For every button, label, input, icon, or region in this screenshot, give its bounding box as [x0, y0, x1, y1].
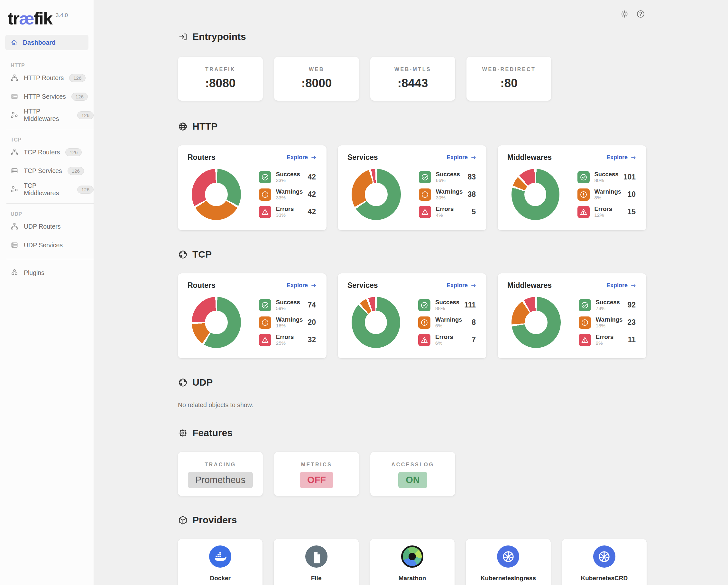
section-title: UDP — [192, 377, 213, 388]
providers-header: Providers — [178, 514, 647, 526]
entrypoints-header: Entrypoints — [178, 31, 647, 43]
stat-value: 7 — [472, 336, 476, 344]
donut-chart — [192, 297, 241, 348]
services-icon — [10, 167, 18, 175]
sidebar-item-http-routers[interactable]: HTTP Routers 126 — [0, 69, 94, 87]
services-icon — [10, 92, 18, 100]
stat-row: Warnings6% 8 — [418, 316, 476, 329]
sidebar: træfik 3.4.0 Dashboard HTTP HTTP Routers… — [0, 0, 94, 585]
error-icon — [577, 206, 590, 218]
card-title: Services — [347, 281, 378, 290]
stat-value: 10 — [627, 190, 636, 199]
entrypoint-card-web-redirect: WEB-REDIRECT :80 — [466, 57, 551, 101]
sidebar-item-plugins[interactable]: Plugins — [0, 263, 94, 282]
sidebar-item-udp-services[interactable]: UDP Services — [0, 236, 94, 255]
package-icon — [178, 515, 188, 525]
donut-chart — [192, 169, 241, 220]
routers-icon — [10, 148, 18, 156]
stat-row: Warnings8% 10 — [577, 188, 636, 201]
warning-icon — [577, 188, 590, 201]
feature-card-tracing: TRACING Prometheus — [178, 452, 263, 496]
stat-row: Warnings18% 23 — [579, 316, 636, 329]
divider — [6, 55, 94, 55]
sidebar-item-tcp-routers[interactable]: TCP Routers 126 — [0, 143, 94, 161]
sidebar-item-dashboard[interactable]: Dashboard — [5, 35, 88, 50]
app-logo: træfik 3.4.0 — [0, 8, 94, 28]
feature-name: TRACING — [178, 462, 263, 468]
donut-chart — [512, 169, 560, 220]
count-badge: 126 — [77, 186, 94, 194]
kubernetes-helm-icon — [497, 546, 519, 568]
udp-empty-message: No related objects to show. — [178, 401, 647, 409]
sidebar-section-tcp: TCP — [10, 137, 94, 143]
entrypoints-row: TRAEFIK :8080 WEB :8000 WEB-MTLS :8443 W… — [178, 57, 647, 101]
count-badge: 126 — [68, 167, 84, 175]
success-icon — [418, 299, 431, 311]
routers-icon — [10, 222, 18, 230]
stat-row: Errors4% 5 — [419, 206, 476, 218]
entrypoint-card-web: WEB :8000 — [274, 57, 359, 101]
error-icon — [259, 206, 271, 218]
provider-name: KubernetesCRD — [562, 575, 647, 582]
sidebar-item-udp-routers[interactable]: UDP Routers — [0, 217, 94, 236]
provider-card-marathon: Marathon — [370, 539, 454, 585]
providers-row: Docker File Marathon KubernetesIngress K… — [178, 539, 647, 585]
stat-row: Success33% 42 — [259, 171, 316, 183]
http-services-card: Services Explore Success66% 83 Warnings3… — [338, 145, 487, 230]
section-title: HTTP — [192, 121, 217, 132]
entrypoint-port: :80 — [466, 77, 551, 90]
stat-value: 11 — [628, 336, 636, 344]
help-button[interactable] — [636, 10, 645, 18]
divider — [6, 259, 94, 259]
card-title: Routers — [187, 153, 215, 162]
stat-row: Success59% 74 — [259, 299, 316, 311]
sidebar-item-tcp-middlewares[interactable]: TCP Middlewares 126 — [0, 180, 94, 199]
stat-row: Success66% 83 — [419, 171, 476, 183]
sidebar-item-http-middlewares[interactable]: HTTP Middlewares 126 — [0, 106, 94, 125]
provider-card-docker: Docker — [178, 539, 262, 585]
stat-row: Errors9% 11 — [579, 334, 636, 346]
stat-row: Warnings30% 38 — [419, 188, 476, 201]
feature-card-accesslog: ACCESSLOG ON — [370, 452, 455, 496]
http-routers-card: Routers Explore Success33% 42 Warnings33… — [178, 145, 327, 230]
globe-wireframe-icon — [178, 122, 188, 132]
sidebar-item-http-services[interactable]: HTTP Services 126 — [0, 87, 94, 106]
explore-link[interactable]: Explore — [446, 154, 477, 161]
explore-link[interactable]: Explore — [606, 282, 636, 289]
stat-row: Errors25% 32 — [259, 334, 316, 346]
stat-row: Errors6% 7 — [418, 334, 476, 346]
provider-card-file: File — [274, 539, 358, 585]
success-icon — [577, 171, 590, 183]
middlewares-icon — [10, 111, 18, 119]
middlewares-icon — [10, 186, 18, 193]
stat-value: 42 — [308, 173, 316, 181]
stat-value: 92 — [627, 301, 636, 310]
stat-value: 15 — [627, 208, 636, 216]
warning-icon — [419, 188, 431, 201]
http-cards-row: Routers Explore Success33% 42 Warnings33… — [178, 145, 647, 230]
explore-link[interactable]: Explore — [287, 154, 317, 161]
stat-value: 74 — [308, 301, 316, 310]
card-title: Middlewares — [507, 281, 552, 290]
sidebar-item-tcp-services[interactable]: TCP Services 126 — [0, 161, 94, 180]
divider — [6, 203, 94, 204]
stat-value: 111 — [464, 301, 476, 310]
arrow-right-icon — [310, 282, 317, 289]
theme-toggle-button[interactable] — [620, 10, 629, 18]
success-icon — [259, 171, 271, 183]
explore-link[interactable]: Explore — [287, 282, 317, 289]
warning-icon — [259, 316, 271, 329]
explore-link[interactable]: Explore — [446, 282, 477, 289]
stat-value: 20 — [308, 318, 316, 327]
feature-name: METRICS — [274, 462, 359, 468]
stat-row: Warnings16% 20 — [259, 316, 316, 329]
stat-value: 42 — [308, 190, 316, 199]
arrow-right-icon — [470, 282, 477, 289]
help-circle-icon — [636, 10, 645, 18]
provider-name: Marathon — [370, 575, 454, 582]
error-icon — [579, 334, 591, 346]
explore-link[interactable]: Explore — [606, 154, 636, 161]
success-icon — [579, 299, 591, 311]
provider-name: KubernetesIngress — [466, 575, 550, 582]
globe-earth-icon — [178, 249, 188, 260]
